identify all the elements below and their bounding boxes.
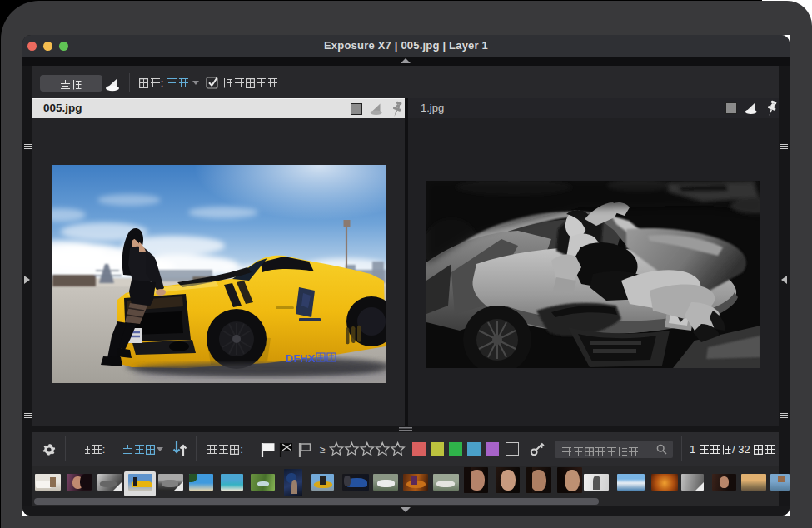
svg-text:DFHX: DFHX	[286, 352, 316, 365]
